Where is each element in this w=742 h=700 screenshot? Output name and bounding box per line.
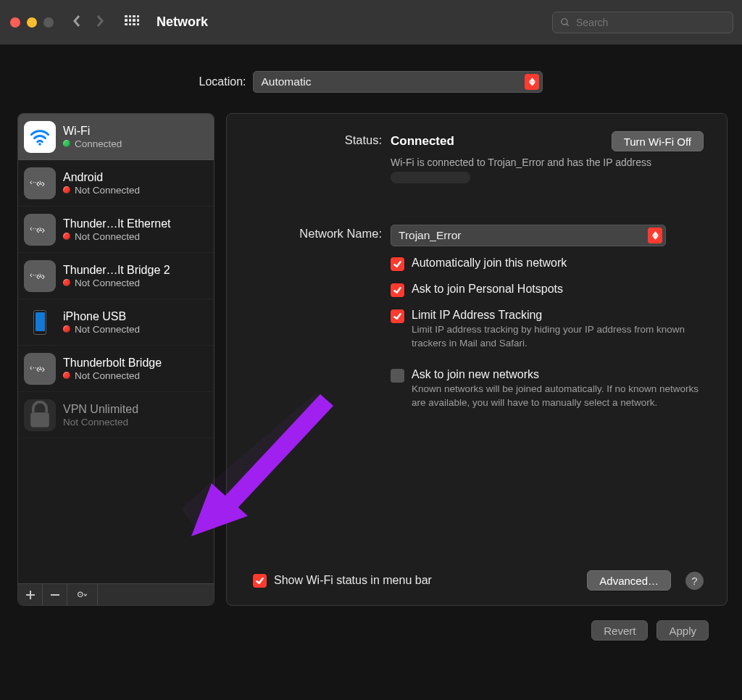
redacted-ip	[391, 172, 470, 183]
show-all-prefs-button[interactable]	[125, 15, 139, 30]
hotspots-row[interactable]: Ask to join Personal Hotspots	[391, 283, 704, 297]
revert-button[interactable]: Revert	[591, 620, 648, 641]
sidebar-item-wi-fi[interactable]: Wi-Fi Connected	[18, 114, 214, 160]
service-actions-button[interactable]	[67, 584, 98, 605]
sidebar-item-vpn-unlimited[interactable]: VPN Unlimited Not Connected	[18, 392, 214, 438]
hotspots-label: Ask to join Personal Hotspots	[412, 283, 563, 296]
location-dropdown[interactable]: Automatic	[253, 71, 543, 93]
search-field[interactable]	[552, 12, 733, 33]
ethernet-icon: ‹···›‹··›	[24, 214, 56, 246]
limit-tracking-row[interactable]: Limit IP Address Tracking Limit IP addre…	[391, 309, 704, 351]
service-list: Wi-Fi Connected ‹···›‹··› Android Not Co…	[18, 114, 214, 583]
forward-button[interactable]	[94, 14, 106, 30]
sidebar-item-thunder-lt-ethernet[interactable]: ‹···›‹··› Thunder…lt Ethernet Not Connec…	[18, 207, 214, 253]
svg-point-0	[562, 18, 567, 24]
checkbox-limit-tracking[interactable]	[391, 309, 404, 323]
show-menubar-label: Show Wi-Fi status in menu bar	[274, 574, 432, 587]
advanced-button[interactable]: Advanced…	[587, 570, 671, 591]
sidebar-item-thunder-lt-bridge-2[interactable]: ‹···›‹··› Thunder…lt Bridge 2 Not Connec…	[18, 253, 214, 299]
sidebar-item-iphone-usb[interactable]: iPhone USB Not Connected	[18, 299, 214, 346]
search-input[interactable]	[576, 17, 725, 28]
checkbox-ask-new[interactable]	[391, 369, 404, 383]
zoom-window-button[interactable]	[43, 17, 54, 28]
network-name-value: Trojan_Error	[399, 229, 461, 242]
checkbox-auto-join[interactable]	[391, 257, 404, 271]
location-label: Location:	[199, 75, 246, 88]
service-status: Not Connected	[63, 417, 138, 428]
ask-new-help: Known networks will be joined automatica…	[412, 383, 704, 410]
network-name-label: Network Name:	[244, 225, 382, 241]
network-name-dropdown[interactable]: Trojan_Error	[391, 225, 666, 246]
updown-stepper-icon	[525, 74, 539, 90]
svg-line-1	[567, 23, 569, 25]
status-dot	[63, 372, 70, 379]
location-value: Automatic	[261, 75, 311, 88]
ask-new-label: Ask to join new networks	[412, 368, 704, 381]
checkbox-hotspots[interactable]	[391, 283, 404, 297]
lock-icon	[24, 399, 56, 431]
wifi-toggle-button[interactable]: Turn Wi-Fi Off	[612, 131, 704, 151]
limit-tracking-help: Limit IP address tracking by hiding your…	[412, 323, 704, 351]
auto-join-label: Automatically join this network	[412, 257, 567, 270]
footer-buttons: Revert Apply	[14, 606, 728, 641]
status-dot	[63, 233, 70, 240]
svg-marker-20	[652, 236, 659, 239]
service-status: Not Connected	[63, 370, 162, 381]
service-name: Thunder…lt Ethernet	[63, 217, 171, 230]
wifi-icon	[24, 121, 56, 153]
svg-point-18	[79, 593, 80, 595]
service-name: Wi-Fi	[63, 125, 122, 138]
sidebar-toolbar	[18, 583, 214, 605]
titlebar: Network	[0, 0, 742, 45]
service-name: Thunder…lt Bridge 2	[63, 264, 170, 277]
window-controls	[10, 17, 54, 28]
status-dot	[63, 325, 70, 333]
iphone-icon	[24, 307, 56, 338]
ethernet-icon: ‹···›‹··›	[24, 167, 56, 199]
sidebar-item-thunderbolt-bridge[interactable]: ‹···›‹··› Thunderbolt Bridge Not Connect…	[18, 346, 214, 392]
location-row: Location: Automatic	[14, 71, 728, 93]
auto-join-row[interactable]: Automatically join this network	[391, 257, 704, 271]
service-status: Not Connected	[63, 324, 140, 335]
ethernet-icon: ‹···›‹··›	[24, 260, 56, 292]
status-dot	[63, 279, 70, 286]
service-name: Android	[63, 171, 140, 184]
service-name: VPN Unlimited	[63, 403, 138, 416]
svg-marker-19	[652, 231, 659, 235]
status-dot	[63, 140, 70, 147]
remove-service-button[interactable]	[43, 584, 67, 605]
limit-tracking-label: Limit IP Address Tracking	[412, 309, 704, 322]
service-status: Not Connected	[63, 231, 171, 242]
service-name: iPhone USB	[63, 310, 140, 323]
add-service-button[interactable]	[18, 584, 43, 605]
ethernet-icon: ‹···›‹··›	[24, 353, 56, 385]
service-name: Thunderbolt Bridge	[63, 357, 162, 370]
service-sidebar: Wi-Fi Connected ‹···›‹··› Android Not Co…	[17, 113, 214, 606]
ask-new-row[interactable]: Ask to join new networks Known networks …	[391, 368, 704, 410]
status-description: Wi-Fi is connected to Trojan_Error and h…	[391, 156, 704, 184]
minimize-window-button[interactable]	[27, 17, 37, 28]
updown-stepper-icon	[648, 228, 662, 243]
sidebar-toolbar-spacer	[98, 584, 214, 605]
detail-pane: Status: Connected Turn Wi-Fi Off Wi-Fi i…	[226, 113, 728, 606]
back-button[interactable]	[71, 14, 83, 30]
search-icon	[560, 17, 570, 28]
svg-rect-13	[30, 412, 49, 427]
sidebar-item-android[interactable]: ‹···›‹··› Android Not Connected	[18, 160, 214, 207]
status-dot	[63, 186, 70, 193]
help-button[interactable]: ?	[685, 572, 704, 590]
checkbox-show-menubar[interactable]	[253, 574, 267, 588]
svg-point-4	[38, 143, 41, 146]
service-status: Connected	[63, 138, 122, 149]
window-title: Network	[157, 14, 208, 30]
nav-arrows	[71, 14, 106, 30]
close-window-button[interactable]	[10, 17, 20, 28]
apply-button[interactable]: Apply	[656, 620, 709, 641]
status-value: Connected	[391, 134, 454, 149]
svg-marker-3	[529, 82, 535, 86]
status-label: Status:	[244, 131, 382, 147]
service-status: Not Connected	[63, 185, 140, 196]
svg-marker-2	[529, 78, 535, 81]
content: Location: Automatic Wi-Fi Connected ‹···…	[0, 45, 742, 657]
service-status: Not Connected	[63, 278, 170, 288]
